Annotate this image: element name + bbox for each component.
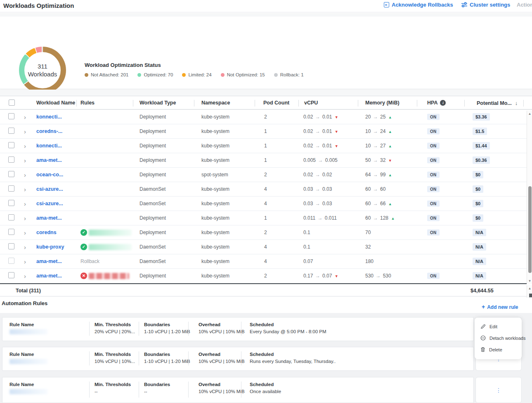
secondary-scrollbar[interactable]: ▲ <box>527 285 532 298</box>
expand-row-icon[interactable]: › <box>24 215 26 222</box>
workload-type: DaemonSet <box>140 201 166 206</box>
workload-name-link[interactable]: ama-met... <box>36 157 62 163</box>
workload-name-link[interactable]: coredns <box>36 230 57 235</box>
overhead-value: 10% vCPU | 10% MiB <box>199 359 245 364</box>
workloads-table-body: ›konnecti...Deploymentkube-system20.02 →… <box>0 110 532 283</box>
col-vcpu[interactable]: vCPU <box>304 100 318 106</box>
expand-row-icon[interactable]: › <box>24 244 26 251</box>
col-potential-savings[interactable]: Potential Mo...↓ <box>477 100 518 106</box>
vcpu-value: 0.005 → 0.005 <box>303 157 338 163</box>
row-checkbox[interactable] <box>8 200 14 206</box>
namespace: kube-system <box>201 143 229 149</box>
col-workload-name[interactable]: Workload Name <box>36 100 75 106</box>
table-scrollbar[interactable]: ▲ ▼ <box>527 111 532 284</box>
detach-circle-minus-icon <box>480 335 486 341</box>
header-divider-strip <box>0 13 532 17</box>
overhead-label: Overhead <box>199 322 220 327</box>
vcpu-value: 0.02 → 0.01 ▼ <box>303 114 338 120</box>
menu-item-edit[interactable]: Edit <box>475 321 522 332</box>
row-checkbox[interactable] <box>8 128 14 134</box>
col-namespace[interactable]: Namespace <box>201 100 230 106</box>
row-checkbox[interactable] <box>8 156 14 163</box>
rule-name-redacted <box>9 389 47 394</box>
rule-name-redacted <box>9 359 47 364</box>
expand-row-icon[interactable]: › <box>24 128 26 135</box>
hpa-info-icon[interactable]: i <box>440 100 446 106</box>
namespace: kube-system <box>201 114 229 120</box>
expand-row-icon[interactable]: › <box>24 258 26 265</box>
expand-row-icon[interactable]: › <box>24 157 26 164</box>
select-all-checkbox[interactable] <box>9 100 15 106</box>
menu-item-delete[interactable]: Delete <box>475 344 522 356</box>
trend-down-icon: ▼ <box>333 115 338 119</box>
expand-row-icon[interactable]: › <box>24 114 26 121</box>
expand-row-icon[interactable]: › <box>24 186 26 193</box>
legend-dot-icon <box>85 73 88 77</box>
workload-type: Deployment <box>140 273 166 279</box>
scroll-up-icon[interactable]: ▲ <box>527 287 532 290</box>
row-checkbox[interactable] <box>8 272 14 278</box>
table-row: ›coredns-...Deploymentkube-system10.02 →… <box>0 124 532 139</box>
trend-up-icon: ▲ <box>387 115 392 119</box>
row-checkbox[interactable] <box>8 185 14 192</box>
row-checkbox[interactable] <box>8 171 14 177</box>
pod-count: 4 <box>264 244 267 250</box>
hpa-on-badge: ON <box>427 230 440 236</box>
total-label: Total (311) <box>16 288 41 294</box>
row-checkbox[interactable] <box>8 113 14 119</box>
scrollbar-thumb[interactable] <box>529 294 532 297</box>
actions-button[interactable]: Action <box>517 2 532 8</box>
pod-count: 2 <box>264 114 267 120</box>
menu-item-detach-workloads[interactable]: Detach workloads <box>475 332 522 344</box>
row-checkbox[interactable] <box>8 229 14 235</box>
workload-name-link[interactable]: csi-azure... <box>36 186 63 192</box>
workload-name-link[interactable]: coredns-... <box>36 128 62 134</box>
workload-name-link[interactable]: kube-proxy <box>36 244 64 250</box>
cluster-settings-button[interactable]: Cluster settings <box>461 2 510 8</box>
workload-name-link[interactable]: konnecti... <box>36 114 62 120</box>
col-rules[interactable]: Rules <box>80 100 95 106</box>
row-checkbox[interactable] <box>8 243 14 249</box>
workload-name-link[interactable]: ocean-co... <box>36 172 63 178</box>
scrollbar-thumb[interactable] <box>528 186 532 273</box>
legend-dot-icon <box>274 73 278 77</box>
table-row: ›ama-met...Deploymentkube-system10.011 →… <box>0 211 532 225</box>
sort-desc-icon[interactable]: ↓ <box>515 100 518 106</box>
scheduled-value: Runs every Sunday, Tuesday, Thursday.. <box>250 359 336 364</box>
workload-name-link[interactable]: ama-met... <box>36 258 62 264</box>
acknowledge-rollbacks-button[interactable]: Acknowledge Rollbacks <box>384 2 453 8</box>
pod-count: 2 <box>264 230 267 235</box>
potential-savings-badge: $1.44 <box>473 142 490 149</box>
col-workload-type[interactable]: Workload Type <box>140 100 176 106</box>
hpa-on-badge: ON <box>427 143 440 149</box>
scroll-down-icon[interactable]: ▼ <box>527 279 532 283</box>
workload-count: 311 <box>38 62 47 71</box>
arrow-right-icon: → <box>372 114 379 120</box>
pod-count: 1 <box>264 157 267 163</box>
expand-row-icon[interactable]: › <box>24 200 26 207</box>
legend-item: Not Attached: 201 <box>85 72 128 77</box>
add-new-rule-button[interactable]: +Add new rule <box>482 303 518 310</box>
hpa-on-badge: ON <box>427 157 440 164</box>
expand-row-icon[interactable]: › <box>24 273 26 280</box>
rule-cell: Rollback <box>80 258 99 264</box>
kebab-menu-icon[interactable]: ⋮ <box>496 387 501 394</box>
expand-row-icon[interactable]: › <box>24 229 26 236</box>
row-checkbox[interactable] <box>8 258 14 264</box>
potential-savings-badge: $0.36 <box>473 156 490 164</box>
legend-label: Optimized: 70 <box>144 72 173 77</box>
vcpu-value: 0.011 → 0.011 <box>303 215 337 221</box>
workload-name-link[interactable]: csi-azure... <box>36 201 63 206</box>
col-pod-count[interactable]: Pod Count <box>263 100 289 106</box>
row-checkbox[interactable] <box>8 214 14 220</box>
expand-row-icon[interactable]: › <box>24 142 26 149</box>
scroll-up-icon[interactable]: ▲ <box>527 112 532 116</box>
workload-name-link[interactable]: ama-met... <box>36 215 62 221</box>
workload-name-link[interactable]: konnecti... <box>36 143 62 149</box>
workload-name-link[interactable]: ama-met... <box>36 273 62 279</box>
row-checkbox[interactable] <box>8 142 14 148</box>
expand-row-icon[interactable]: › <box>24 171 26 178</box>
rule-name-label: Rule Name <box>9 382 34 387</box>
col-hpa[interactable]: HPAi <box>427 100 446 106</box>
col-memory[interactable]: Memory (MiB) <box>365 100 400 106</box>
